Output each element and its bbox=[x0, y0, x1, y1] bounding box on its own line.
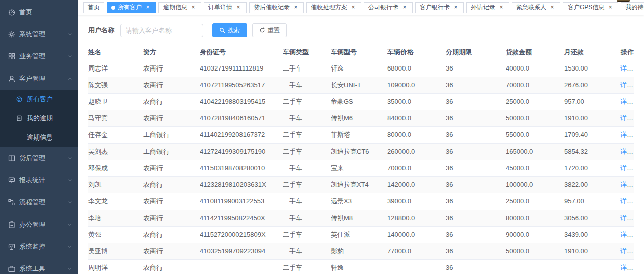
table-row: 邓保成农商行411503198708280010二手车宝来70000.03645… bbox=[88, 160, 634, 176]
chevron-down-icon bbox=[67, 199, 73, 206]
tab-close-icon[interactable]: × bbox=[144, 4, 151, 11]
sidebar-subitem-label: 逾期信息 bbox=[27, 133, 53, 142]
detail-link[interactable]: 详情 bbox=[620, 98, 633, 105]
sidebar-subitem-1[interactable]: 所有客户 bbox=[0, 90, 78, 109]
cell: 二手车 bbox=[283, 259, 331, 274]
cell: 农商行 bbox=[143, 60, 200, 77]
cell: 二手车 bbox=[283, 143, 331, 160]
customer-name-input[interactable] bbox=[120, 24, 203, 37]
cell: 2676.00 bbox=[564, 77, 620, 93]
sidebar-item-8[interactable]: 办公管理 bbox=[0, 214, 78, 236]
cell: 影豹 bbox=[331, 243, 387, 259]
cell-actions: 详情 bbox=[620, 93, 634, 110]
tab-close-icon[interactable]: × bbox=[498, 4, 505, 11]
cell: 农商行 bbox=[143, 176, 200, 193]
cell: 任存金 bbox=[88, 126, 143, 143]
tab-label: 首页 bbox=[88, 3, 100, 12]
detail-link[interactable]: 详情 bbox=[620, 264, 633, 271]
tab-3[interactable]: 逾期信息× bbox=[158, 2, 201, 13]
chevron-down-icon bbox=[67, 244, 73, 250]
cell: 411402199208167372 bbox=[200, 126, 283, 143]
cell: 宝来 bbox=[331, 160, 387, 176]
column-header-6: 车辆价格 bbox=[387, 45, 446, 60]
tab-close-icon[interactable]: × bbox=[190, 4, 197, 11]
tab-1[interactable]: 首页 bbox=[83, 2, 104, 13]
sidebar-item-1[interactable]: 首页 bbox=[0, 1, 78, 23]
cell: 1910.00 bbox=[564, 110, 620, 126]
tab-5[interactable]: 贷后催收记录× bbox=[249, 2, 304, 13]
tab-11[interactable]: 客户GPS信息× bbox=[563, 2, 618, 13]
detail-link[interactable]: 详情 bbox=[620, 197, 633, 205]
cell: 刘凯 bbox=[88, 176, 143, 193]
detail-link[interactable]: 详情 bbox=[620, 247, 633, 255]
detail-link[interactable]: 详情 bbox=[620, 148, 633, 155]
table-row: 陈文强农商行410721199505263517二手车长安UNI-T109000… bbox=[88, 77, 634, 93]
cell: 马守宾 bbox=[88, 110, 143, 126]
cell: 工商银行 bbox=[143, 143, 200, 160]
detail-link[interactable]: 详情 bbox=[620, 64, 633, 72]
avatar-partial[interactable] bbox=[617, 0, 630, 2]
tab-close-icon[interactable]: × bbox=[350, 4, 357, 11]
reset-button[interactable]: 重置 bbox=[252, 23, 287, 37]
sidebar-subitem-2[interactable]: 我的逾期 bbox=[0, 109, 78, 128]
detail-link[interactable]: 详情 bbox=[620, 181, 633, 188]
sidebar-item-5[interactable]: 贷后管理 bbox=[0, 147, 78, 169]
tab-4[interactable]: 订单详情× bbox=[204, 2, 247, 13]
cell: 黄强 bbox=[88, 226, 143, 243]
tab-9[interactable]: 外访记录× bbox=[466, 2, 509, 13]
tab-close-icon[interactable]: × bbox=[292, 4, 299, 11]
tab-label: 我的待办 bbox=[625, 3, 644, 12]
book-icon bbox=[16, 115, 23, 122]
columns-icon bbox=[8, 154, 16, 162]
detail-link[interactable]: 详情 bbox=[620, 131, 633, 139]
sidebar-item-2[interactable]: 系统管理 bbox=[0, 23, 78, 45]
tab-10[interactable]: 紧急联系人× bbox=[512, 2, 560, 13]
tab-6[interactable]: 催收处理方案× bbox=[306, 2, 361, 13]
detail-link[interactable]: 详情 bbox=[620, 114, 633, 122]
cell: 36 bbox=[446, 143, 506, 160]
cell: 36 bbox=[446, 259, 506, 274]
sidebar-item-10[interactable]: 系统工具 bbox=[0, 258, 78, 274]
cell: 165000.0 bbox=[506, 143, 564, 160]
tab-8[interactable]: 客户银行卡× bbox=[415, 2, 464, 13]
sidebar-item-6[interactable]: 报表统计 bbox=[0, 169, 78, 191]
cell: 90000.0 bbox=[506, 226, 564, 243]
cell: 二手车 bbox=[283, 77, 331, 93]
column-header-9: 月还款 bbox=[564, 45, 620, 60]
cell: 李文龙 bbox=[88, 193, 143, 210]
detail-link[interactable]: 详情 bbox=[620, 164, 633, 172]
cell: 25000.0 bbox=[506, 93, 564, 110]
cell: 农商行 bbox=[143, 93, 200, 110]
cell: 农商行 bbox=[143, 210, 200, 226]
search-button[interactable]: 搜索 bbox=[212, 23, 247, 37]
cell: 二手车 bbox=[283, 126, 331, 143]
tab-12[interactable]: 我的待办× bbox=[621, 2, 644, 13]
sidebar-item-label: 贷后管理 bbox=[19, 154, 67, 163]
detail-link[interactable]: 详情 bbox=[620, 231, 633, 238]
search-label: 用户名称 bbox=[88, 26, 114, 35]
table-row: 周志洋农商行410327199111112819二手车轩逸68000.03640… bbox=[88, 60, 634, 77]
chevron-down-icon bbox=[67, 53, 73, 59]
chart-icon bbox=[8, 176, 16, 184]
cell: 传祺M6 bbox=[331, 110, 387, 126]
sidebar-item-7[interactable]: 流程管理 bbox=[0, 191, 78, 214]
tab-close-icon[interactable]: × bbox=[235, 4, 242, 11]
sidebar: 首页系统管理业务管理客户管理所有客户我的逾期逾期信息贷后管理报表统计流程管理办公… bbox=[0, 0, 78, 274]
tab-close-icon[interactable]: × bbox=[401, 4, 408, 11]
tab-close-icon[interactable]: × bbox=[549, 4, 556, 11]
cell: 39000.0 bbox=[387, 193, 446, 210]
sidebar-item-3[interactable]: 业务管理 bbox=[0, 45, 78, 67]
detail-link[interactable]: 详情 bbox=[620, 214, 633, 222]
cell bbox=[200, 259, 283, 274]
sidebar-item-4[interactable]: 客户管理 bbox=[0, 67, 78, 90]
tab-7[interactable]: 公司银行卡× bbox=[364, 2, 413, 13]
tab-close-icon[interactable]: × bbox=[452, 4, 459, 11]
tab-2[interactable]: 所有客户× bbox=[107, 2, 156, 13]
tab-close-icon[interactable]: × bbox=[607, 4, 614, 11]
chevron-down-icon bbox=[67, 222, 73, 228]
cell: 吴刘杰 bbox=[88, 143, 143, 160]
sidebar-subitem-3[interactable]: 逾期信息 bbox=[0, 128, 78, 147]
cell: 100000.0 bbox=[506, 176, 564, 193]
detail-link[interactable]: 详情 bbox=[620, 81, 633, 89]
sidebar-item-9[interactable]: 系统监控 bbox=[0, 236, 78, 258]
